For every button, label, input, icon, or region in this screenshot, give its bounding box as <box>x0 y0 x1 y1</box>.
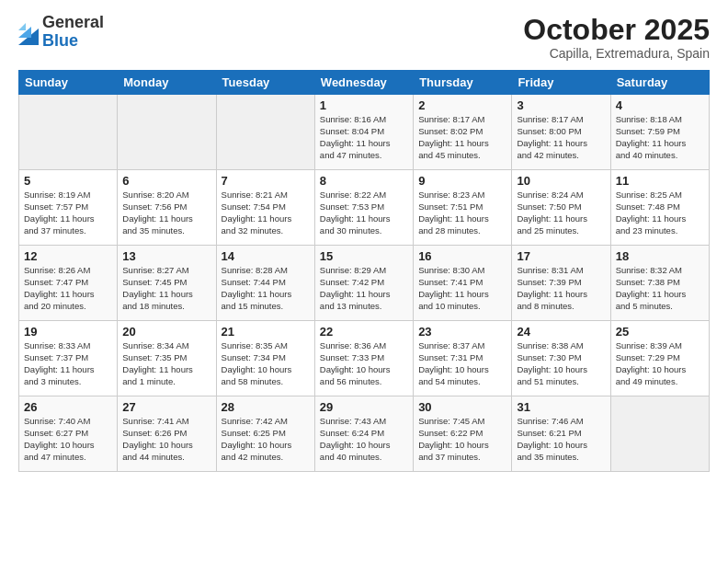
day-info: Sunrise: 8:23 AM Sunset: 7:51 PM Dayligh… <box>418 190 506 236</box>
day-number: 20 <box>122 325 210 339</box>
day-cell: 8Sunrise: 8:22 AM Sunset: 7:53 PM Daylig… <box>314 170 413 246</box>
day-info: Sunrise: 7:42 AM Sunset: 6:25 PM Dayligh… <box>222 416 310 463</box>
logo: General Blue <box>18 14 104 51</box>
day-cell: 30Sunrise: 7:45 AM Sunset: 6:22 PM Dayli… <box>414 396 512 472</box>
day-info: Sunrise: 8:33 AM Sunset: 7:37 PM Dayligh… <box>24 340 112 387</box>
day-info: Sunrise: 8:30 AM Sunset: 7:41 PM Dayligh… <box>418 265 506 312</box>
day-number: 22 <box>320 325 408 339</box>
day-number: 19 <box>24 325 112 339</box>
day-info: Sunrise: 8:17 AM Sunset: 8:00 PM Dayligh… <box>517 114 605 161</box>
week-row-3: 19Sunrise: 8:33 AM Sunset: 7:37 PM Dayli… <box>19 321 710 396</box>
day-cell: 1Sunrise: 8:16 AM Sunset: 8:04 PM Daylig… <box>314 95 413 170</box>
day-number: 17 <box>517 249 605 263</box>
day-number: 8 <box>320 174 408 188</box>
day-number: 2 <box>418 98 506 112</box>
day-info: Sunrise: 8:35 AM Sunset: 7:34 PM Dayligh… <box>222 340 310 387</box>
weekday-header-saturday: Saturday <box>610 71 709 95</box>
day-cell: 17Sunrise: 8:31 AM Sunset: 7:39 PM Dayli… <box>512 246 610 321</box>
header: General Blue October 2025 Capilla, Extre… <box>18 14 710 61</box>
logo-text: General Blue <box>42 14 104 51</box>
day-info: Sunrise: 8:28 AM Sunset: 7:44 PM Dayligh… <box>222 265 310 312</box>
day-info: Sunrise: 8:27 AM Sunset: 7:45 PM Dayligh… <box>122 265 210 312</box>
day-number: 4 <box>616 98 704 112</box>
day-info: Sunrise: 7:45 AM Sunset: 6:22 PM Dayligh… <box>418 416 506 463</box>
weekday-header-wednesday: Wednesday <box>314 71 413 95</box>
day-number: 14 <box>222 249 310 263</box>
day-cell: 12Sunrise: 8:26 AM Sunset: 7:47 PM Dayli… <box>19 246 118 321</box>
day-cell: 31Sunrise: 7:46 AM Sunset: 6:21 PM Dayli… <box>512 396 610 472</box>
day-cell: 3Sunrise: 8:17 AM Sunset: 8:00 PM Daylig… <box>512 95 610 170</box>
day-cell: 16Sunrise: 8:30 AM Sunset: 7:41 PM Dayli… <box>414 246 512 321</box>
page: General Blue October 2025 Capilla, Extre… <box>0 0 728 563</box>
day-cell: 24Sunrise: 8:38 AM Sunset: 7:30 PM Dayli… <box>512 321 610 396</box>
day-number: 5 <box>24 174 112 188</box>
week-row-2: 12Sunrise: 8:26 AM Sunset: 7:47 PM Dayli… <box>19 246 710 321</box>
day-info: Sunrise: 8:25 AM Sunset: 7:48 PM Dayligh… <box>616 190 704 236</box>
day-cell: 21Sunrise: 8:35 AM Sunset: 7:34 PM Dayli… <box>216 321 314 396</box>
day-cell <box>19 95 118 170</box>
day-info: Sunrise: 8:39 AM Sunset: 7:29 PM Dayligh… <box>616 340 704 387</box>
day-info: Sunrise: 8:16 AM Sunset: 8:04 PM Dayligh… <box>320 114 408 161</box>
day-info: Sunrise: 7:43 AM Sunset: 6:24 PM Dayligh… <box>320 416 408 463</box>
weekday-header-friday: Friday <box>512 71 610 95</box>
day-number: 24 <box>517 325 605 339</box>
day-cell: 9Sunrise: 8:23 AM Sunset: 7:51 PM Daylig… <box>414 170 512 246</box>
weekday-header-monday: Monday <box>118 71 216 95</box>
day-number: 29 <box>320 400 408 414</box>
day-cell: 10Sunrise: 8:24 AM Sunset: 7:50 PM Dayli… <box>512 170 610 246</box>
weekday-header-thursday: Thursday <box>414 71 512 95</box>
day-info: Sunrise: 8:36 AM Sunset: 7:33 PM Dayligh… <box>320 340 408 387</box>
week-row-4: 26Sunrise: 7:40 AM Sunset: 6:27 PM Dayli… <box>19 396 710 472</box>
day-number: 10 <box>517 174 605 188</box>
day-cell: 28Sunrise: 7:42 AM Sunset: 6:25 PM Dayli… <box>216 396 314 472</box>
day-number: 13 <box>122 249 210 263</box>
day-number: 31 <box>517 400 605 414</box>
day-cell: 14Sunrise: 8:28 AM Sunset: 7:44 PM Dayli… <box>216 246 314 321</box>
day-cell: 23Sunrise: 8:37 AM Sunset: 7:31 PM Dayli… <box>414 321 512 396</box>
day-number: 1 <box>320 98 408 112</box>
weekday-row: SundayMondayTuesdayWednesdayThursdayFrid… <box>19 71 710 95</box>
day-number: 12 <box>24 249 112 263</box>
day-info: Sunrise: 8:31 AM Sunset: 7:39 PM Dayligh… <box>517 265 605 312</box>
day-cell: 13Sunrise: 8:27 AM Sunset: 7:45 PM Dayli… <box>118 246 216 321</box>
day-number: 16 <box>418 249 506 263</box>
day-info: Sunrise: 8:17 AM Sunset: 8:02 PM Dayligh… <box>418 114 506 161</box>
location: Capilla, Extremadura, Spain <box>523 46 710 61</box>
calendar-header: SundayMondayTuesdayWednesdayThursdayFrid… <box>19 71 710 95</box>
calendar: SundayMondayTuesdayWednesdayThursdayFrid… <box>18 70 710 472</box>
logo-icon <box>18 19 39 45</box>
day-cell <box>610 396 709 472</box>
day-info: Sunrise: 8:37 AM Sunset: 7:31 PM Dayligh… <box>418 340 506 387</box>
day-number: 26 <box>24 400 112 414</box>
day-number: 7 <box>222 174 310 188</box>
title-section: October 2025 Capilla, Extremadura, Spain <box>523 14 710 61</box>
day-cell: 4Sunrise: 8:18 AM Sunset: 7:59 PM Daylig… <box>610 95 709 170</box>
day-number: 23 <box>418 325 506 339</box>
day-number: 9 <box>418 174 506 188</box>
day-cell: 6Sunrise: 8:20 AM Sunset: 7:56 PM Daylig… <box>118 170 216 246</box>
day-cell <box>216 95 314 170</box>
day-cell: 27Sunrise: 7:41 AM Sunset: 6:26 PM Dayli… <box>118 396 216 472</box>
day-cell: 2Sunrise: 8:17 AM Sunset: 8:02 PM Daylig… <box>414 95 512 170</box>
day-cell: 19Sunrise: 8:33 AM Sunset: 7:37 PM Dayli… <box>19 321 118 396</box>
day-number: 21 <box>222 325 310 339</box>
day-info: Sunrise: 8:18 AM Sunset: 7:59 PM Dayligh… <box>616 114 704 161</box>
day-info: Sunrise: 7:46 AM Sunset: 6:21 PM Dayligh… <box>517 416 605 463</box>
day-number: 15 <box>320 249 408 263</box>
month-title: October 2025 <box>523 14 710 46</box>
day-info: Sunrise: 7:40 AM Sunset: 6:27 PM Dayligh… <box>24 416 112 463</box>
day-info: Sunrise: 8:20 AM Sunset: 7:56 PM Dayligh… <box>122 190 210 236</box>
day-cell: 7Sunrise: 8:21 AM Sunset: 7:54 PM Daylig… <box>216 170 314 246</box>
day-info: Sunrise: 8:29 AM Sunset: 7:42 PM Dayligh… <box>320 265 408 312</box>
day-number: 3 <box>517 98 605 112</box>
day-info: Sunrise: 8:19 AM Sunset: 7:57 PM Dayligh… <box>24 190 112 236</box>
day-info: Sunrise: 8:26 AM Sunset: 7:47 PM Dayligh… <box>24 265 112 312</box>
day-cell: 5Sunrise: 8:19 AM Sunset: 7:57 PM Daylig… <box>19 170 118 246</box>
day-cell <box>118 95 216 170</box>
day-cell: 29Sunrise: 7:43 AM Sunset: 6:24 PM Dayli… <box>314 396 413 472</box>
day-number: 18 <box>616 249 704 263</box>
day-cell: 22Sunrise: 8:36 AM Sunset: 7:33 PM Dayli… <box>314 321 413 396</box>
day-number: 6 <box>122 174 210 188</box>
week-row-0: 1Sunrise: 8:16 AM Sunset: 8:04 PM Daylig… <box>19 95 710 170</box>
calendar-body: 1Sunrise: 8:16 AM Sunset: 8:04 PM Daylig… <box>19 95 710 472</box>
